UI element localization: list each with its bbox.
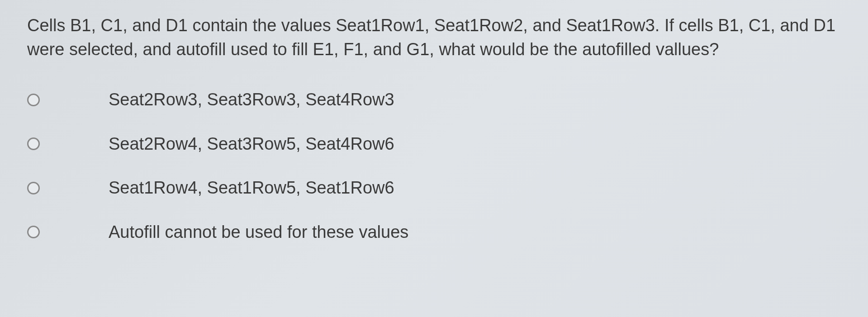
radio-icon[interactable] <box>27 137 40 150</box>
radio-icon[interactable] <box>27 226 40 238</box>
option-label: Seat2Row3, Seat3Row3, Seat4Row3 <box>109 89 394 111</box>
option-row[interactable]: Seat2Row4, Seat3Row5, Seat4Row6 <box>109 133 841 155</box>
option-label: Seat2Row4, Seat3Row5, Seat4Row6 <box>109 133 394 155</box>
radio-icon[interactable] <box>27 182 40 194</box>
option-label: Autofill cannot be used for these values <box>109 221 408 243</box>
option-row[interactable]: Seat2Row3, Seat3Row3, Seat4Row3 <box>109 89 841 111</box>
option-label: Seat1Row4, Seat1Row5, Seat1Row6 <box>109 177 394 199</box>
options-list: Seat2Row3, Seat3Row3, Seat4Row3 Seat2Row… <box>27 89 841 243</box>
question-text: Cells B1, C1, and D1 contain the values … <box>27 14 841 62</box>
option-row[interactable]: Autofill cannot be used for these values <box>109 221 841 243</box>
radio-icon[interactable] <box>27 94 40 106</box>
option-row[interactable]: Seat1Row4, Seat1Row5, Seat1Row6 <box>109 177 841 199</box>
